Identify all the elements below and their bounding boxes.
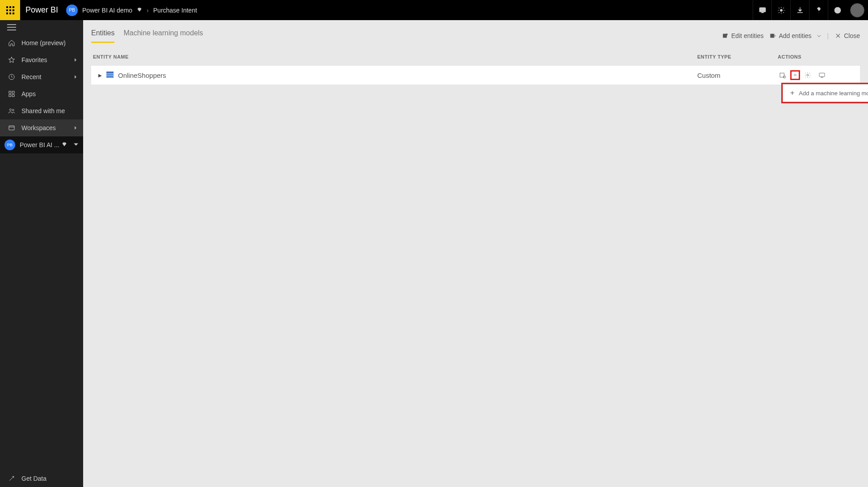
table-row[interactable]: ▶ OnlineShoppers Custom + Add bbox=[91, 66, 860, 85]
close-icon bbox=[835, 33, 841, 39]
row-actions: + Add a machine learning model bbox=[778, 70, 858, 80]
sidebar-item-label: Home (preview) bbox=[21, 39, 66, 47]
svg-point-13 bbox=[838, 9, 839, 10]
add-ml-model-option[interactable]: + Add a machine learning model bbox=[783, 84, 868, 102]
close-button[interactable]: Close bbox=[835, 32, 860, 39]
download-icon bbox=[796, 6, 804, 14]
entity-refresh-action[interactable] bbox=[817, 70, 827, 80]
edit-entities-label: Edit entities bbox=[731, 32, 763, 39]
sidebar-item-shared[interactable]: Shared with me bbox=[0, 102, 83, 119]
close-label: Close bbox=[844, 32, 860, 39]
svg-point-10 bbox=[780, 9, 782, 11]
tab-ml-models[interactable]: Machine learning models bbox=[123, 29, 203, 43]
chevron-down-icon bbox=[73, 142, 79, 147]
action-separator: | bbox=[827, 32, 829, 39]
sidebar-toggle[interactable] bbox=[0, 20, 83, 34]
help-button[interactable] bbox=[809, 0, 828, 20]
app-launcher-button[interactable] bbox=[0, 0, 20, 20]
add-ml-model-action[interactable] bbox=[790, 70, 800, 80]
svg-rect-15 bbox=[7, 27, 16, 28]
current-workspace-label: Power BI AI ... bbox=[20, 141, 59, 148]
svg-rect-26 bbox=[771, 34, 774, 38]
svg-rect-3 bbox=[6, 9, 8, 11]
tab-entities[interactable]: Entities bbox=[91, 29, 114, 43]
svg-rect-30 bbox=[106, 75, 114, 76]
chevron-right-icon bbox=[73, 126, 78, 130]
svg-rect-9 bbox=[759, 8, 766, 12]
table-icon bbox=[106, 72, 114, 79]
svg-rect-31 bbox=[780, 73, 784, 77]
add-ml-model-label: Add a machine learning model bbox=[799, 90, 868, 97]
star-icon bbox=[8, 56, 15, 64]
workspace-pill[interactable]: PB bbox=[66, 4, 78, 16]
svg-point-11 bbox=[834, 7, 841, 13]
add-entities-button[interactable]: Add entities bbox=[770, 32, 821, 39]
plus-icon: + bbox=[790, 89, 794, 97]
svg-rect-8 bbox=[13, 13, 14, 14]
sidebar-current-workspace[interactable]: PB Power BI AI ... bbox=[0, 136, 83, 153]
ml-model-dropdown: + Add a machine learning model bbox=[781, 83, 868, 103]
svg-rect-0 bbox=[6, 6, 8, 8]
breadcrumb-page[interactable]: Purchase Intent bbox=[153, 7, 197, 14]
svg-rect-29 bbox=[106, 73, 114, 74]
feedback-button[interactable] bbox=[828, 0, 847, 20]
svg-rect-28 bbox=[106, 72, 114, 73]
entity-name: OnlineShoppers bbox=[118, 72, 166, 79]
svg-rect-19 bbox=[12, 91, 14, 93]
entity-config-action[interactable] bbox=[803, 70, 813, 80]
smile-icon bbox=[834, 6, 842, 14]
chevron-right-icon bbox=[73, 75, 78, 79]
svg-rect-14 bbox=[7, 24, 16, 25]
svg-rect-4 bbox=[9, 9, 11, 11]
sidebar-item-workspaces[interactable]: Workspaces bbox=[0, 119, 83, 136]
sidebar-item-recent[interactable]: Recent bbox=[0, 68, 83, 85]
col-entity-name: ENTITY NAME bbox=[93, 54, 697, 59]
sidebar-item-label: Apps bbox=[21, 90, 36, 97]
shared-icon bbox=[8, 107, 15, 114]
expand-triangle-icon[interactable]: ▶ bbox=[98, 73, 102, 78]
sidebar: Home (preview) Favorites Recent Apps Sha… bbox=[0, 20, 83, 487]
svg-point-22 bbox=[9, 109, 11, 110]
entity-settings-action[interactable] bbox=[778, 70, 788, 80]
avatar[interactable] bbox=[850, 3, 864, 17]
gear-icon bbox=[777, 6, 785, 14]
clock-icon bbox=[8, 73, 15, 80]
svg-rect-34 bbox=[819, 73, 825, 76]
question-icon bbox=[815, 6, 823, 14]
settings-button[interactable] bbox=[771, 0, 790, 20]
entities-grid: ENTITY NAME ENTITY TYPE ACTIONS ▶ Online… bbox=[83, 43, 868, 85]
svg-rect-2 bbox=[13, 6, 14, 8]
sidebar-item-apps[interactable]: Apps bbox=[0, 85, 83, 102]
svg-rect-6 bbox=[6, 13, 8, 14]
chevron-down-icon bbox=[817, 34, 821, 38]
sidebar-item-home[interactable]: Home (preview) bbox=[0, 34, 83, 51]
breadcrumb-sep: › bbox=[147, 7, 149, 14]
svg-rect-16 bbox=[7, 30, 16, 30]
premium-diamond-icon bbox=[62, 142, 67, 147]
download-button[interactable] bbox=[790, 0, 809, 20]
svg-point-23 bbox=[13, 109, 14, 110]
add-entities-icon bbox=[770, 33, 776, 39]
svg-rect-1 bbox=[9, 6, 11, 8]
notifications-button[interactable] bbox=[753, 0, 771, 20]
grid-header: ENTITY NAME ENTITY TYPE ACTIONS bbox=[91, 54, 860, 66]
entity-settings-icon bbox=[779, 72, 787, 79]
topbar: Power BI PB Power BI AI demo › Purchase … bbox=[0, 0, 868, 20]
svg-rect-20 bbox=[9, 94, 11, 97]
workspaces-icon bbox=[8, 124, 15, 131]
sidebar-item-label: Shared with me bbox=[21, 107, 65, 114]
pane-actions: Edit entities Add entities | Close bbox=[722, 32, 860, 43]
sidebar-item-label: Workspaces bbox=[21, 124, 56, 131]
gear-icon bbox=[804, 72, 812, 79]
sidebar-item-favorites[interactable]: Favorites bbox=[0, 51, 83, 68]
waffle-icon bbox=[6, 6, 14, 14]
sidebar-item-get-data[interactable]: Get Data bbox=[0, 470, 83, 487]
edit-entities-button[interactable]: Edit entities bbox=[722, 32, 763, 39]
screen-icon bbox=[818, 72, 826, 79]
tabs: Entities Machine learning models bbox=[91, 20, 203, 43]
svg-point-12 bbox=[836, 9, 837, 10]
hamburger-icon bbox=[7, 24, 16, 30]
svg-rect-18 bbox=[9, 91, 11, 93]
breadcrumb-workspace[interactable]: Power BI AI demo bbox=[82, 7, 132, 14]
apps-icon bbox=[8, 90, 15, 97]
